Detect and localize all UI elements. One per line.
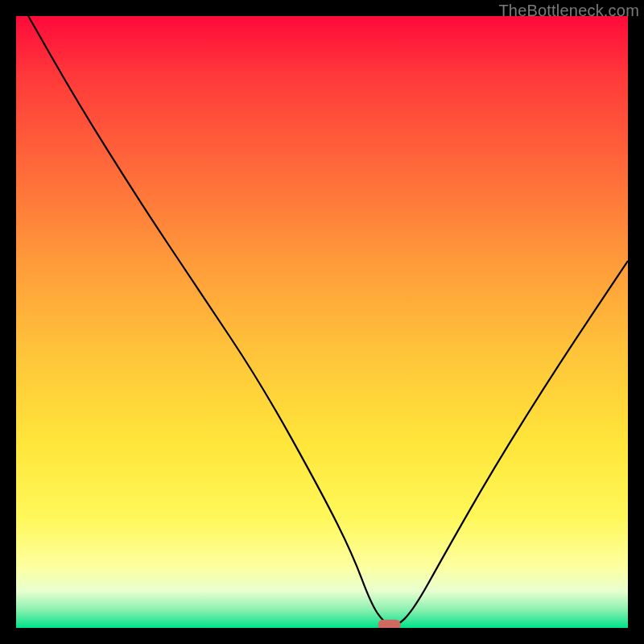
watermark-text: TheBottleneck.com: [498, 2, 639, 20]
chart-stage: TheBottleneck.com: [0, 0, 644, 644]
plot-area: [16, 16, 628, 628]
bottleneck-curve: [28, 16, 628, 625]
chart-svg: [16, 16, 628, 628]
optimal-marker: [378, 620, 401, 628]
